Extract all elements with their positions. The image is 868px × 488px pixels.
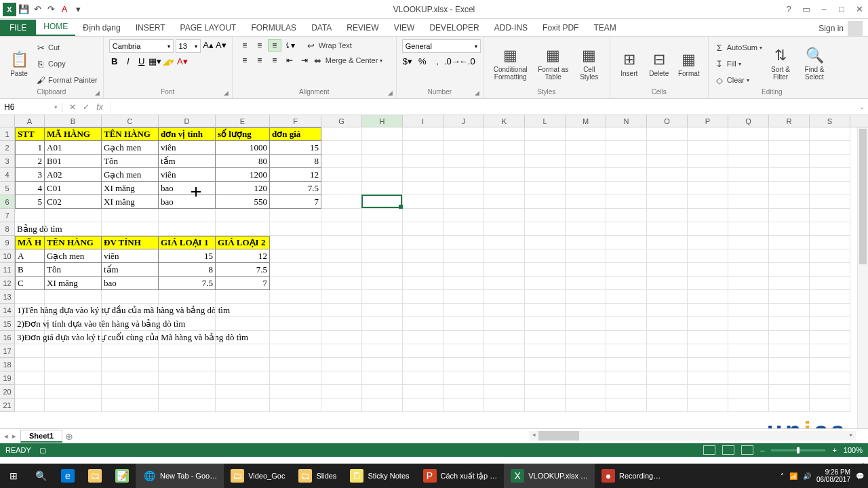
format-table-button[interactable]: ▦Format as Table	[535, 39, 572, 88]
notifications-icon[interactable]: 💬	[856, 472, 864, 480]
cell[interactable]	[647, 195, 688, 209]
cell[interactable]	[484, 168, 525, 182]
cell[interactable]	[810, 385, 850, 399]
cell[interactable]	[362, 277, 403, 290]
cell[interactable]	[159, 358, 216, 371]
tab-dinhdang[interactable]: Định dạng	[75, 20, 127, 36]
cell[interactable]	[15, 385, 45, 399]
cell[interactable]	[525, 277, 566, 290]
col-header-H[interactable]: H	[362, 115, 403, 127]
cell[interactable]	[566, 249, 606, 263]
zoom-in-icon[interactable]: +	[832, 446, 836, 454]
sign-in[interactable]: Sign in	[818, 21, 868, 36]
cell[interactable]	[484, 182, 525, 195]
cell[interactable]	[810, 195, 850, 209]
cell[interactable]	[728, 344, 769, 358]
cell[interactable]	[566, 195, 606, 209]
cell[interactable]	[810, 168, 850, 182]
cell[interactable]	[270, 263, 321, 277]
cell[interactable]	[688, 127, 728, 141]
row-header-11[interactable]: 11	[0, 263, 15, 277]
orientation-button[interactable]: ⤹▾	[283, 39, 296, 52]
italic-button[interactable]: I	[123, 56, 134, 66]
cell[interactable]	[688, 168, 728, 182]
cell[interactable]	[216, 304, 270, 317]
sort-filter-button[interactable]: ⇅Sort & Filter	[765, 39, 796, 88]
cell[interactable]	[403, 222, 443, 236]
cell[interactable]: 7.5	[270, 182, 321, 195]
cell[interactable]: C01	[45, 182, 102, 195]
cell[interactable]	[443, 249, 484, 263]
cell[interactable]	[810, 182, 850, 195]
cell[interactable]	[769, 385, 810, 399]
cell[interactable]: 12	[270, 168, 321, 182]
cell[interactable]: 120	[216, 182, 270, 195]
cell[interactable]: C	[15, 277, 45, 290]
row-header-5[interactable]: 5	[0, 182, 15, 195]
cell[interactable]	[769, 304, 810, 317]
number-format-combo[interactable]: General▾	[402, 39, 481, 53]
cell[interactable]: bao	[102, 277, 159, 290]
cell[interactable]: ĐV TÍNH	[102, 236, 159, 249]
col-header-M[interactable]: M	[566, 115, 606, 127]
cell[interactable]	[688, 141, 728, 155]
font-color-button[interactable]: A▾	[177, 56, 188, 66]
cell[interactable]	[647, 304, 688, 317]
cell[interactable]	[484, 399, 525, 412]
cell[interactable]	[403, 195, 443, 209]
cell-styles-button[interactable]: ▦Cell Styles	[574, 39, 604, 88]
cell[interactable]	[606, 141, 647, 155]
cell[interactable]	[525, 195, 566, 209]
cell[interactable]	[728, 249, 769, 263]
tab-file[interactable]: FILE	[0, 20, 36, 36]
maximize-button[interactable]: □	[833, 1, 850, 18]
wrap-text-button[interactable]: ↩Wrap Text	[306, 39, 352, 52]
cell[interactable]	[769, 155, 810, 168]
cell[interactable]	[688, 182, 728, 195]
cell[interactable]	[810, 399, 850, 412]
insert-cells-button[interactable]: ⊞Insert	[616, 39, 643, 88]
edge-icon[interactable]: e	[54, 464, 81, 488]
cell[interactable]	[525, 182, 566, 195]
cell[interactable]	[606, 290, 647, 304]
col-header-I[interactable]: I	[403, 115, 443, 127]
sheet-nav[interactable]: ◂▸	[0, 432, 20, 441]
col-header-P[interactable]: P	[688, 115, 728, 127]
col-header-E[interactable]: E	[216, 115, 270, 127]
cell[interactable]	[606, 236, 647, 249]
cell[interactable]: 4	[15, 182, 45, 195]
cell[interactable]	[566, 290, 606, 304]
cell[interactable]	[403, 127, 443, 141]
cell[interactable]	[688, 195, 728, 209]
cell[interactable]	[647, 277, 688, 290]
view-break-icon[interactable]	[741, 445, 753, 455]
cell[interactable]	[728, 358, 769, 371]
notepad-icon[interactable]: 📝	[108, 464, 136, 488]
tab-insert[interactable]: INSERT	[128, 20, 173, 36]
cell[interactable]	[769, 371, 810, 385]
cell[interactable]: viên	[102, 249, 159, 263]
cell[interactable]	[403, 317, 443, 331]
cell[interactable]: B01	[45, 155, 102, 168]
cell[interactable]	[443, 331, 484, 344]
cell[interactable]	[362, 195, 403, 209]
cell[interactable]	[403, 209, 443, 222]
align-left-button[interactable]: ≡	[238, 54, 252, 66]
cell[interactable]	[403, 249, 443, 263]
cell[interactable]	[15, 344, 45, 358]
cell[interactable]	[688, 317, 728, 331]
cell[interactable]: 1)Tên hàng dựa vào ký tự đầu của mã hàng…	[15, 304, 45, 317]
slides-task[interactable]: 🗂Slides	[292, 464, 343, 488]
cell[interactable]	[688, 371, 728, 385]
minimize-button[interactable]: –	[815, 1, 833, 18]
cell[interactable]	[606, 127, 647, 141]
row-header-8[interactable]: 8	[0, 222, 15, 236]
col-header-D[interactable]: D	[159, 115, 216, 127]
cell[interactable]	[159, 209, 216, 222]
cell[interactable]	[362, 249, 403, 263]
cell[interactable]	[45, 371, 102, 385]
cell[interactable]	[525, 263, 566, 277]
cell[interactable]	[321, 155, 362, 168]
cell[interactable]	[769, 344, 810, 358]
col-header-C[interactable]: C	[102, 115, 159, 127]
